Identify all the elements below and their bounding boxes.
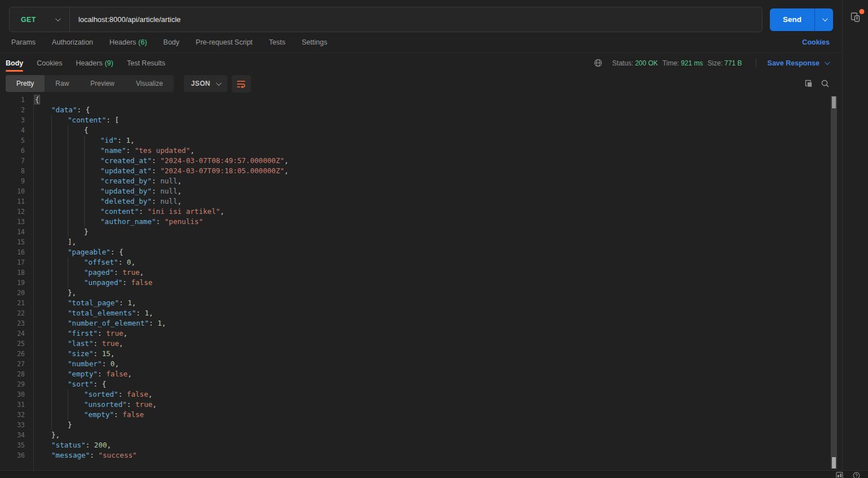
app-window: GET Send ParamsAuthorizationHeaders(6)Bo…	[0, 0, 868, 470]
indent-guide	[84, 176, 100, 186]
meta-label: Status:	[613, 59, 633, 67]
token-p: }	[84, 227, 89, 236]
indent-guide	[84, 146, 100, 156]
indent-guide	[51, 359, 68, 369]
request-tab-body[interactable]: Body	[164, 38, 180, 46]
search-icon[interactable]	[821, 79, 830, 88]
code-line: 36"message": "success"	[0, 450, 842, 461]
token-p: :	[152, 156, 160, 165]
token-n: 1	[127, 299, 132, 307]
token-p: {	[84, 126, 89, 134]
request-tab-pre-request-script[interactable]: Pre-request Script	[196, 38, 253, 46]
indent-guide	[84, 135, 100, 146]
token-s: "tes updated"	[135, 146, 191, 155]
panes-icon[interactable]	[836, 473, 843, 478]
indent-guide	[51, 125, 68, 135]
indent-guide	[68, 135, 84, 146]
token-s: "ini isi artikel"	[147, 207, 220, 216]
tab-label: Authorization	[52, 38, 93, 46]
indent-guide	[35, 207, 51, 217]
help-icon[interactable]	[853, 473, 860, 478]
indent-guide	[35, 105, 51, 115]
indent-guide	[68, 400, 84, 410]
code-line: 6"name": "tes updated",	[0, 146, 842, 156]
method-label: GET	[21, 16, 36, 24]
code-lines: 1{2"data": {3"content": [4{5"id": 1,6"na…	[0, 94, 842, 461]
line-number: 11	[0, 196, 25, 207]
token-k: "number_of_element"	[68, 319, 149, 327]
indent-guide	[35, 267, 51, 278]
response-tab-body[interactable]: Body	[6, 53, 23, 73]
method-selector[interactable]: GET	[10, 16, 69, 24]
indent-guide	[51, 389, 68, 400]
meta-value: 200 OK	[635, 59, 658, 67]
url-input[interactable]	[70, 15, 762, 24]
code-line: 14}	[0, 227, 842, 237]
token-k: "pageable"	[68, 248, 111, 256]
indent-guide	[51, 257, 68, 267]
view-mode-preview[interactable]: Preview	[80, 75, 125, 92]
indent-guide	[35, 308, 51, 318]
view-mode-visualize[interactable]: Visualize	[125, 75, 174, 92]
format-label: JSON	[191, 80, 210, 87]
copy-icon[interactable]	[804, 79, 813, 88]
token-k: "updated_at"	[100, 166, 152, 175]
token-b: false	[131, 278, 152, 287]
indent-guide	[68, 196, 84, 207]
code-line: 23"number_of_element": 1,	[0, 318, 842, 328]
response-tab-test-results[interactable]: Test Results	[127, 53, 165, 73]
token-p: :	[94, 339, 102, 348]
token-k: "content"	[68, 116, 106, 124]
response-tab-headers[interactable]: Headers(9)	[76, 53, 113, 73]
indent-guide	[84, 186, 100, 196]
token-n: 200	[94, 441, 107, 449]
request-tab-headers[interactable]: Headers(6)	[109, 38, 147, 46]
token-p: :	[152, 187, 160, 195]
token-k: "created_at"	[100, 156, 152, 165]
indent-guide	[51, 196, 68, 207]
chevron-down-icon	[216, 80, 222, 86]
save-response-button[interactable]: Save Response	[768, 59, 829, 67]
token-p: ,	[284, 156, 289, 165]
request-tab-authorization[interactable]: Authorization	[52, 38, 93, 46]
indent-guide	[68, 186, 84, 196]
send-button[interactable]: Send	[770, 8, 814, 31]
format-dropdown[interactable]: JSON	[184, 75, 227, 92]
response-meta: Status:200 OKTime:921 msSize:771 B Save …	[594, 59, 836, 68]
request-tab-tests[interactable]: Tests	[269, 38, 285, 46]
indent-guide	[35, 400, 51, 410]
view-mode-pretty[interactable]: Pretty	[6, 75, 45, 92]
line-number: 24	[0, 328, 25, 339]
tab-label: Headers	[109, 38, 136, 46]
token-p: ,	[107, 441, 112, 449]
indent-guide	[68, 217, 84, 227]
tab-label: Params	[11, 38, 36, 46]
response-tab-cookies[interactable]: Cookies	[37, 53, 62, 73]
globe-icon[interactable]	[594, 59, 602, 67]
token-p: :	[136, 309, 144, 317]
send-options-button[interactable]	[814, 8, 833, 31]
token-p: ,	[114, 359, 119, 368]
indent-guide	[68, 156, 84, 166]
line-number: 6	[0, 146, 25, 156]
code-line: 5"id": 1,	[0, 135, 842, 146]
request-tab-params[interactable]: Params	[11, 38, 36, 46]
scrollbar[interactable]	[831, 96, 837, 469]
token-k: "deleted_by"	[100, 197, 152, 205]
token-p: ,	[149, 309, 153, 317]
token-s: "2024-03-07T08:49:57.000000Z"	[160, 156, 284, 165]
meta-value: 771 B	[724, 59, 742, 67]
code-line: 35"status": 200,	[0, 440, 842, 450]
token-s: "success"	[98, 451, 136, 459]
token-n: 15	[102, 349, 111, 358]
view-mode-raw[interactable]: Raw	[45, 75, 80, 92]
cookies-link[interactable]: Cookies	[802, 38, 830, 46]
line-number: 30	[0, 389, 25, 400]
documentation-button[interactable]	[849, 11, 861, 23]
indent-guide	[51, 237, 68, 247]
wrap-text-button[interactable]	[232, 75, 251, 93]
scrollbar-thumb[interactable]	[832, 97, 836, 108]
request-tab-settings[interactable]: Settings	[302, 38, 327, 46]
token-u: null	[160, 177, 177, 185]
token-p: ,	[190, 146, 195, 155]
